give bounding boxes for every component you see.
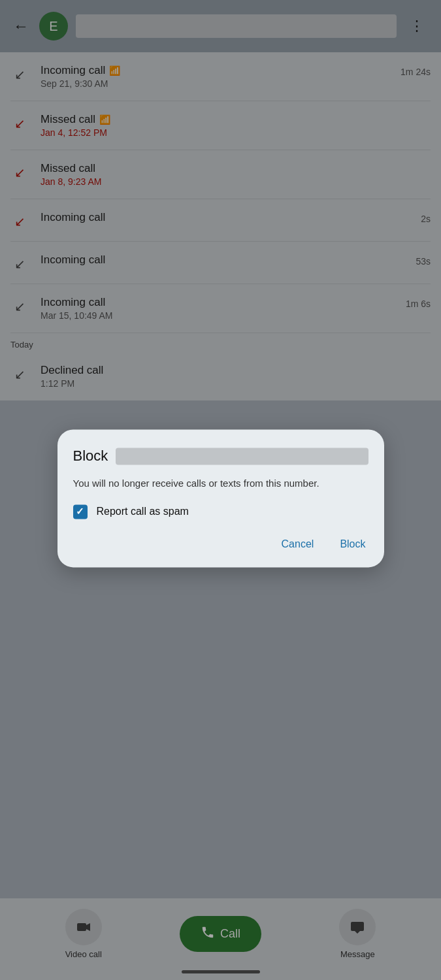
cancel-button[interactable]: Cancel [279,534,317,554]
dialog-title: Block [73,448,368,465]
dialog-body: You will no longer receive calls or text… [73,476,368,491]
block-button[interactable]: Block [337,534,368,554]
dialog-buttons: Cancel Block [73,534,368,554]
dialog-title-number-redacted [116,448,368,465]
report-spam-checkbox[interactable]: ✓ [73,504,88,519]
dialog-title-prefix: Block [73,448,108,465]
block-dialog: Block You will no longer receive calls o… [57,429,384,567]
dialog-checkbox-row[interactable]: ✓ Report call as spam [73,504,368,519]
report-spam-label: Report call as spam [97,506,189,517]
checkmark-icon: ✓ [76,506,84,517]
